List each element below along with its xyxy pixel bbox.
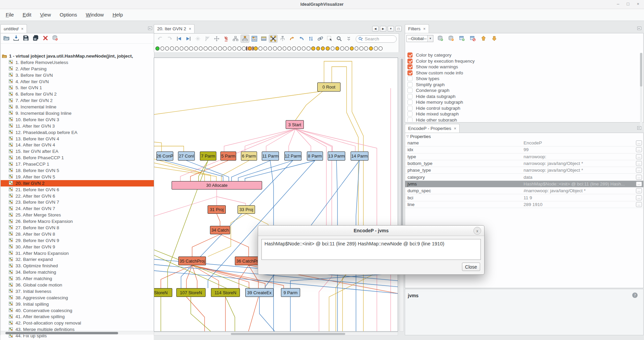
- minimize-panel-icon[interactable]: [637, 26, 642, 31]
- graph-node[interactable]: 7 Parm: [200, 151, 216, 161]
- tree-item[interactable]: 38. Aggressive coalescing: [1, 295, 154, 301]
- menu-window[interactable]: Window: [81, 9, 108, 21]
- filter-item[interactable]: Hide memory subgraph: [406, 99, 639, 105]
- graph-node[interactable]: 11 Parm: [262, 151, 279, 161]
- move-filter-up-button[interactable]: [479, 35, 488, 42]
- tree-item[interactable]: 39. Initial spilling: [1, 301, 154, 307]
- tree-item[interactable]: 35. After matching: [1, 275, 154, 282]
- stack-layout-button[interactable]: [259, 35, 268, 43]
- pan-mode-button[interactable]: [212, 35, 221, 43]
- tree-item[interactable]: 6. Before Iter GVN 2: [1, 91, 154, 97]
- checkbox[interactable]: [407, 106, 413, 111]
- tab-list-button[interactable]: ▼: [388, 26, 394, 32]
- graph-node[interactable]: 30 Allocate: [172, 181, 262, 190]
- close-icon[interactable]: ×: [423, 27, 426, 31]
- expand-value-button[interactable]: …: [636, 175, 642, 180]
- close-icon[interactable]: ×: [454, 126, 456, 131]
- minimize-panel-icon[interactable]: [148, 26, 153, 31]
- hide-duplicates-button[interactable]: [203, 35, 212, 43]
- graph-node[interactable]: 39 CreateEx: [245, 288, 274, 297]
- tree-item[interactable]: 4. After Iter GVN: [1, 78, 154, 85]
- filter-item[interactable]: Show node warnings: [406, 64, 639, 70]
- graph-node[interactable]: 31 Proj: [208, 205, 226, 214]
- tree-item[interactable]: 5. Iter GVN 1: [1, 84, 154, 91]
- redo-button[interactable]: [297, 35, 306, 43]
- timeline-dot[interactable]: [180, 46, 184, 50]
- timeline-dot[interactable]: [175, 46, 179, 50]
- graph-node[interactable]: 34 Catch: [210, 226, 230, 234]
- search-input[interactable]: [365, 36, 392, 41]
- remove-button[interactable]: [41, 34, 50, 43]
- timeline-dot[interactable]: [232, 46, 237, 50]
- property-row[interactable]: jvmsHashMap$Node::<init> @ bci:11 (line …: [405, 181, 643, 188]
- checkbox[interactable]: [407, 64, 413, 69]
- timeline-dot[interactable]: [208, 46, 212, 50]
- timeline-dot[interactable]: [170, 46, 174, 50]
- timeline-dot[interactable]: [273, 46, 277, 50]
- tab-properties[interactable]: EncodeP - Properties ×: [405, 124, 460, 133]
- help-icon[interactable]: ?: [632, 292, 638, 298]
- tree-item[interactable]: 34. Before matching: [1, 269, 154, 275]
- satellite-view-button[interactable]: [222, 35, 230, 43]
- filter-item[interactable]: Condense graph: [406, 88, 639, 94]
- graph-node[interactable]: 35 CatchProj: [178, 257, 206, 265]
- timeline-dot[interactable]: [297, 46, 301, 50]
- filter-item[interactable]: Hide mixed subgraph: [406, 111, 639, 117]
- timeline-dot-selected[interactable]: [248, 46, 252, 50]
- property-row[interactable]: categorydata…: [405, 174, 643, 180]
- timeline-dot[interactable]: [263, 46, 267, 50]
- timeline-dot[interactable]: [369, 46, 373, 50]
- timeline-dot[interactable]: [268, 46, 272, 50]
- tree-item[interactable]: 20. Iter GVN 2: [1, 180, 154, 186]
- shrink-right-button[interactable]: [184, 35, 193, 43]
- tree-item[interactable]: 25. After Merge Stores: [1, 212, 154, 218]
- dialog-close-button[interactable]: Close: [462, 263, 480, 271]
- timeline-dot[interactable]: [199, 46, 203, 50]
- timeline-dot[interactable]: [316, 46, 320, 50]
- graph-node[interactable]: 6 Parm: [241, 151, 257, 161]
- save-all-button[interactable]: [32, 34, 41, 43]
- expand-difference-button[interactable]: [193, 35, 202, 43]
- graph-node[interactable]: 33 Proj: [238, 205, 255, 214]
- tree-item[interactable]: 33. Optimize finished: [1, 263, 154, 269]
- filter-item[interactable]: Show custom node info: [406, 70, 639, 76]
- graph-node[interactable]: 26 ConP: [156, 151, 173, 161]
- checkbox[interactable]: [407, 70, 413, 75]
- timeline-dot[interactable]: [194, 46, 198, 50]
- expand-slots-button[interactable]: [269, 35, 278, 43]
- graph-node[interactable]: 27 ConI: [178, 151, 195, 161]
- expand-value-button[interactable]: …: [636, 181, 642, 186]
- properties-section-header[interactable]: ▽ Properties: [405, 133, 643, 140]
- minimize-icon[interactable]: –: [617, 1, 619, 6]
- timeline-dot[interactable]: [278, 46, 282, 50]
- graph-node[interactable]: 114 StoreN: [211, 288, 240, 297]
- property-row[interactable]: bci11 9…: [405, 194, 643, 201]
- add-filter-chain-button[interactable]: [436, 35, 444, 42]
- property-row[interactable]: phase_typenarrowoop: java/lang/Object *…: [405, 167, 643, 174]
- timeline-dot[interactable]: [254, 46, 258, 50]
- menu-edit[interactable]: Edit: [18, 9, 36, 21]
- checkbox[interactable]: [407, 111, 413, 116]
- checkbox[interactable]: [407, 53, 413, 58]
- graph-node[interactable]: 3 Start: [286, 120, 304, 129]
- tree-item[interactable]: 2. After Parsing: [1, 66, 154, 72]
- timeline-dot[interactable]: [374, 46, 378, 50]
- scroll-tabs-right-button[interactable]: ▶: [380, 26, 386, 32]
- horizontal-scrollbar[interactable]: [1, 331, 154, 335]
- cluster-frame-button[interactable]: [250, 35, 259, 43]
- toolbar-overflow-button[interactable]: [344, 35, 353, 43]
- timeline-dot[interactable]: [364, 46, 368, 50]
- timeline-dot[interactable]: [311, 46, 315, 50]
- graph-node[interactable]: StoreN: [154, 288, 172, 297]
- condense-button[interactable]: [278, 35, 287, 43]
- expand-value-button[interactable]: …: [636, 140, 642, 145]
- selection-mode-button[interactable]: [325, 35, 334, 43]
- graph-node[interactable]: 8 Parm: [307, 151, 323, 161]
- tree-item[interactable]: 13. Before Iter GVN 4: [1, 136, 154, 142]
- expand-value-button[interactable]: …: [636, 147, 642, 152]
- previous-graph-button[interactable]: [156, 35, 165, 43]
- tree-item[interactable]: 15. Iter GVN after EA: [1, 148, 154, 155]
- graph-node[interactable]: 9 Parm: [281, 288, 300, 297]
- open-file-button[interactable]: [2, 34, 11, 43]
- tree-item[interactable]: 7. After Iter GVN 2: [1, 97, 154, 104]
